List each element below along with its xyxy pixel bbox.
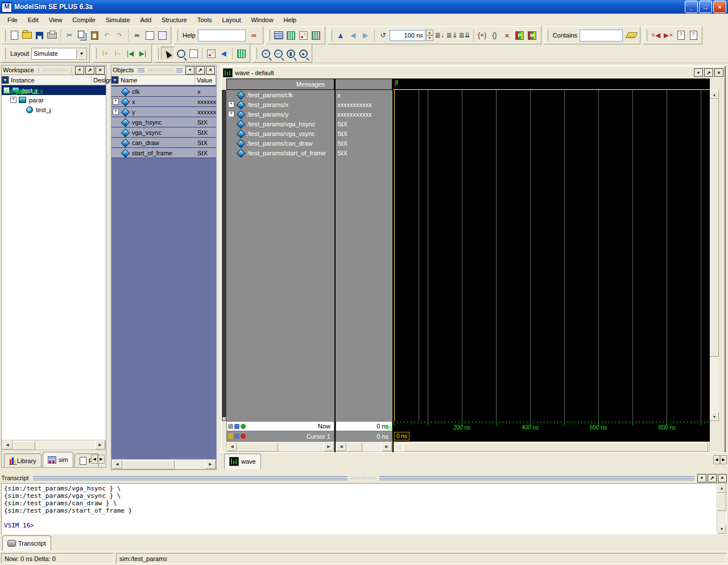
scroll-left-icon[interactable]: ◀	[2, 440, 13, 449]
messages-icon[interactable]	[234, 424, 239, 429]
wave-cursor-header[interactable]	[394, 79, 710, 90]
wave-vscrollbar[interactable]: ▲ ▼	[710, 90, 719, 421]
cut-button[interactable]: ✂	[63, 29, 76, 42]
zoom-out-button[interactable]: −	[272, 47, 284, 60]
scroll-track[interactable]	[346, 443, 382, 451]
transcript-vscrollbar[interactable]: ▲ ▼	[717, 484, 726, 534]
tool-icon[interactable]	[228, 424, 233, 429]
print-button[interactable]	[46, 29, 58, 42]
menu-item-structure[interactable]: Structure	[156, 15, 192, 25]
menu-item-tools[interactable]: Tools	[192, 15, 217, 25]
wave-float-button[interactable]: ↗	[704, 68, 713, 77]
redo-button[interactable]: ↷	[113, 29, 126, 42]
objects-hscrollbar[interactable]: ◀ ▶	[111, 459, 216, 469]
wave-close-button[interactable]: ×	[714, 68, 723, 77]
menu-item-layout[interactable]: Layout	[217, 15, 246, 25]
spin-up-icon[interactable]: ▲	[426, 30, 433, 35]
workspace-header[interactable]: Workspace + ↗ ×	[2, 65, 106, 75]
menu-item-simulate[interactable]: Simulate	[101, 15, 135, 25]
help-search-button[interactable]: ∞	[248, 29, 260, 42]
scroll-track[interactable]	[237, 443, 324, 451]
drag-grip-dots[interactable]	[350, 476, 377, 480]
next-transition-button[interactable]: ▶|	[136, 47, 149, 60]
run-continue-button[interactable]: ≣⇓	[446, 29, 458, 42]
zoom-full-button[interactable]: ▮	[284, 47, 297, 60]
wave-cursor-line[interactable]	[394, 90, 395, 421]
scroll-down-icon[interactable]: ▼	[717, 525, 726, 534]
compile-all-button[interactable]	[285, 29, 297, 42]
dock-button[interactable]: +	[185, 66, 195, 75]
drag-grip[interactable]	[138, 68, 144, 72]
tree-row-p[interactable]: + p param	[2, 95, 106, 105]
minimize-button[interactable]: _	[685, 1, 698, 13]
scroll-track[interactable]	[717, 493, 726, 525]
structure-tree[interactable]: - test_params test_p + p param #INITIAL#…	[2, 85, 106, 440]
event-traceback-button[interactable]	[205, 47, 217, 60]
scroll-thumb[interactable]	[346, 443, 362, 452]
undo-button[interactable]: ↶	[101, 29, 113, 42]
drag-grip-dots[interactable]	[147, 68, 173, 72]
scroll-thumb[interactable]	[122, 460, 175, 469]
panel-close-button[interactable]: ×	[206, 66, 215, 75]
run-all-button[interactable]: ≣⇊	[458, 29, 471, 42]
scroll-thumb[interactable]	[237, 443, 278, 452]
scroll-track[interactable]	[122, 460, 205, 468]
float-button[interactable]: ↗	[85, 66, 94, 75]
drag-grip[interactable]	[379, 476, 694, 480]
clear-filter-button[interactable]	[625, 29, 638, 42]
scroll-up-icon[interactable]: ▲	[710, 90, 719, 99]
wave-editor-button[interactable]	[235, 47, 247, 60]
add-icon[interactable]	[241, 424, 246, 429]
titlebar[interactable]: M ModelSim SE PLUS 6.3a _ □ ×	[0, 0, 728, 14]
expand-all-button[interactable]	[156, 29, 168, 42]
insert-cursor-button[interactable]: I+	[99, 47, 111, 60]
scroll-track[interactable]	[402, 443, 709, 451]
scroll-right-icon[interactable]: ▶	[95, 440, 105, 449]
layout-select[interactable]: Simulate ▼	[31, 48, 87, 60]
transcript-header[interactable]: Transcript + ↗ ×	[0, 473, 728, 482]
view-instantiation-button[interactable]: ?	[687, 29, 700, 42]
scroll-down-icon[interactable]: ▼	[710, 412, 719, 421]
wave-signal-names[interactable]: /test_params/clk +/test_params/x +/test_…	[226, 90, 334, 421]
float-button[interactable]: ↗	[708, 474, 717, 482]
break-button[interactable]	[310, 29, 322, 42]
object-row-x[interactable]: + x xxxxxx	[111, 97, 216, 107]
run-length-field[interactable]: 100 ns	[390, 30, 425, 41]
tree-row-initial[interactable]: #INITIAL#18 test_p	[2, 105, 106, 114]
simulate-button[interactable]	[297, 29, 310, 42]
scroll-thumb[interactable]	[403, 443, 708, 452]
column-name[interactable]: Name	[119, 75, 195, 85]
drag-grip[interactable]	[38, 68, 39, 72]
tab-scroll-right-icon[interactable]: ▶	[720, 455, 727, 464]
delete-cursor-button[interactable]: I−	[111, 47, 124, 60]
menu-item-edit[interactable]: Edit	[23, 15, 44, 25]
wave-signal-row[interactable]: /test_params/clk	[226, 90, 334, 100]
scroll-track[interactable]	[13, 441, 95, 449]
scroll-up-icon[interactable]: ▲	[717, 484, 726, 493]
wave-titlebar[interactable]: wave - default + ↗ ×	[222, 67, 725, 79]
zoom-mode-button[interactable]	[175, 47, 187, 60]
menu-item-file[interactable]: File	[2, 15, 23, 25]
scroll-right-icon[interactable]: ▶	[324, 442, 334, 451]
select-mode-button[interactable]	[161, 47, 175, 60]
object-row-vga-vsync[interactable]: vga_vsync StX	[111, 127, 216, 138]
scroll-thumb[interactable]	[710, 99, 719, 357]
close-button[interactable]: ×	[713, 1, 726, 13]
drag-grip-dots[interactable]	[42, 68, 68, 72]
scroll-track[interactable]	[710, 99, 719, 412]
float-button[interactable]: ↗	[196, 66, 205, 75]
tab-sim[interactable]: sim	[43, 452, 73, 467]
tab-wave[interactable]: wave	[224, 453, 261, 469]
menu-item-compile[interactable]: Compile	[67, 15, 100, 25]
object-row-start-of-frame[interactable]: start_of_frame StX	[111, 148, 216, 158]
menu-item-window[interactable]: Window	[246, 15, 278, 25]
previous-transition-button[interactable]: |◀	[124, 47, 136, 60]
objects-list[interactable]: clk x + x xxxxxx + y xxxxxx vga_hsync St…	[111, 85, 216, 459]
find-previous-x-button[interactable]: ×◀	[650, 29, 662, 42]
zoom-cursor-button[interactable]: ▲	[297, 47, 309, 60]
canvas-hscrollbar[interactable]: ◁	[394, 442, 710, 452]
spin-down-icon[interactable]: ▼	[426, 35, 433, 41]
panel-close-button[interactable]: ×	[718, 474, 727, 482]
panel-close-button[interactable]: ×	[96, 66, 105, 75]
expand-expander[interactable]: +	[10, 97, 16, 103]
